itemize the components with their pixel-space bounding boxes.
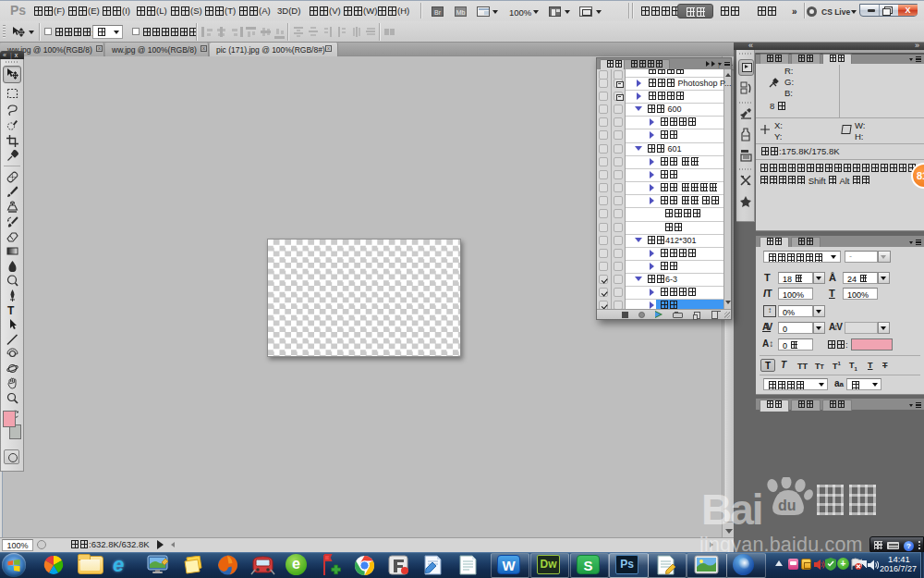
- svg-text:du: du: [778, 498, 796, 513]
